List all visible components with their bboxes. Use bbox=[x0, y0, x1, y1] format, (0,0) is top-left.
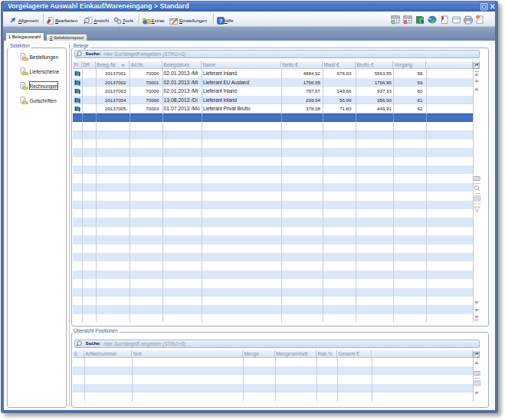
svg-text:56: 56 bbox=[475, 381, 480, 386]
svg-text:?: ? bbox=[219, 17, 223, 24]
svg-text:56: 56 bbox=[475, 196, 480, 201]
